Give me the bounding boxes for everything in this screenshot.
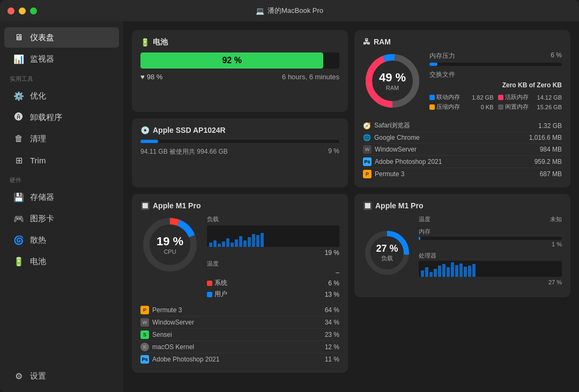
kernel-proc-name: K macOS Kernel <box>140 343 194 351</box>
ps-proc-name: Ps Adobe Photoshop 2021 <box>140 355 219 364</box>
gpu-card: 🔲 Apple M1 Pro 27 % 负载 <box>354 194 570 297</box>
battery-title-icon: 🔋 <box>140 38 150 47</box>
ram-title-icon: 🖧 <box>363 37 370 46</box>
gpu-right: 温度 未知 内存 1 % <box>419 215 562 290</box>
ps-proc-pct: 11 % <box>325 356 339 363</box>
ssd-card-title: 💿 Apple SSD AP1024R <box>140 126 339 134</box>
sidebar-label-settings: 设置 <box>30 371 46 381</box>
legend-idle-val: 15.26 GB <box>537 104 562 110</box>
ram-app-safari: 🧭 Safari浏览器 1.32 GB <box>363 119 562 132</box>
ram-donut: 49 % RAM <box>363 51 422 110</box>
gpu-proc-label: 处理器 <box>419 252 436 260</box>
gpu-icon: 🎮 <box>13 213 25 224</box>
bar7 <box>235 239 238 247</box>
cpu-title-label: Apple M1 Pro <box>153 201 201 210</box>
chrome-icon: 🌐 <box>363 134 371 141</box>
optimize-icon: ⚙️ <box>13 90 25 102</box>
gpu-mem-title: 内存 <box>419 228 562 236</box>
ram-pct: 49 % <box>379 71 406 85</box>
pressure-pct: 6 % <box>551 51 562 61</box>
sidebar-item-gpu[interactable]: 🎮 图形卡 <box>4 208 119 229</box>
sidebar-item-cooling[interactable]: 🌀 散热 <box>4 230 119 250</box>
sidebar-label-optimize: 优化 <box>30 91 46 101</box>
ssd-info: 94.11 GB 被使用共 994.66 GB 9 % <box>140 147 339 156</box>
cpu-mini-chart <box>207 225 339 247</box>
safari-val: 1.32 GB <box>538 122 562 130</box>
cpu-body: 19 % CPU 负载 <box>140 215 339 299</box>
ram-app-windowserver: W WindowServer 984 MB <box>363 144 562 156</box>
cpu-donut-label: 19 % CPU <box>157 235 183 255</box>
gpu-bar3 <box>429 272 433 277</box>
battery-nav-icon: 🔋 <box>13 255 25 267</box>
sidebar-item-battery-nav[interactable]: 🔋 电池 <box>4 251 119 272</box>
maximize-button[interactable] <box>30 7 37 14</box>
titlebar: 💻 潘的MacBook Pro <box>0 0 579 21</box>
photoshop-val: 959.2 MB <box>535 158 562 165</box>
gpu-proc-pct: 27 % <box>419 279 562 285</box>
sidebar: 🖥 仪表盘 📊 监视器 实用工具 ⚙️ 优化 🅐 卸载程序 🗑 清理 ⊞ Tri… <box>0 21 123 392</box>
system-pct: 6 % <box>328 280 339 287</box>
cpu-card: 🔲 Apple M1 Pro 19 % CPU <box>132 194 348 373</box>
gpu-proc-title: 处理器 <box>419 252 562 260</box>
sidebar-item-clean[interactable]: 🗑 清理 <box>4 129 119 149</box>
gpu-mem-label: 内存 <box>419 228 430 236</box>
ram-app-photoshop: Ps Adobe Photoshop 2021 959.2 MB <box>363 156 562 168</box>
chrome-name: 🌐 Google Chrome <box>363 134 420 141</box>
bar2 <box>213 240 217 247</box>
ws-proc-pct: 34 % <box>325 319 339 326</box>
gpu-bar9 <box>455 265 458 277</box>
sidebar-item-settings[interactable]: ⚙ 设置 <box>4 366 119 386</box>
close-button[interactable] <box>8 7 14 14</box>
bar1 <box>209 243 212 247</box>
proc-sensei: S Sensei 23 % <box>140 329 339 341</box>
ram-title-label: RAM <box>374 37 391 46</box>
sidebar-item-uninstall[interactable]: 🅐 卸载程序 <box>4 107 119 127</box>
gpu-mini-chart <box>419 261 562 277</box>
gpu-bar13 <box>472 264 476 277</box>
permute-name: P Permute 3 <box>363 170 404 178</box>
bar10 <box>248 237 251 247</box>
proc-photoshop: Ps Adobe Photoshop 2021 11 % <box>140 353 339 365</box>
legend-active-val: 14.12 GB <box>537 94 562 101</box>
cpu-sub: CPU <box>157 248 183 255</box>
section-utility: 实用工具 <box>0 70 123 85</box>
bar4 <box>222 242 225 247</box>
minimize-button[interactable] <box>19 7 26 14</box>
sidebar-item-dashboard[interactable]: 🖥 仪表盘 <box>4 27 119 48</box>
cpu-title-icon: 🔲 <box>140 201 150 210</box>
sidebar-item-storage[interactable]: 💾 存储器 <box>4 187 119 207</box>
safari-name: 🧭 Safari浏览器 <box>363 121 410 130</box>
battery-card: 🔋 电池 92 % ♥ 98 % 6 hours, 6 minutes <box>132 30 348 112</box>
pressure-label: 内存压力 <box>429 51 455 61</box>
battery-title-label: 电池 <box>153 37 168 47</box>
sidebar-label-dashboard: 仪表盘 <box>30 33 54 43</box>
sidebar-item-trim[interactable]: ⊞ Trim <box>4 150 119 170</box>
sidebar-item-monitor[interactable]: 📊 监视器 <box>4 49 119 69</box>
sidebar-item-optimize[interactable]: ⚙️ 优化 <box>4 86 119 106</box>
legend-wired-dot <box>429 95 435 100</box>
bar8 <box>239 236 242 247</box>
gpu-bar10 <box>459 263 463 277</box>
legend-compressed-val: 0 KB <box>481 104 494 110</box>
kernel-proc-icon: K <box>140 343 149 351</box>
ws-proc-icon: W <box>140 318 149 327</box>
legend-active-dot <box>498 95 503 100</box>
proc-kernel: K macOS Kernel 12 % <box>140 341 339 353</box>
system-legend: 系统 6 % <box>207 278 339 288</box>
sidebar-label-monitor: 监视器 <box>30 54 54 64</box>
battery-info: ♥ 98 % 6 hours, 6 minutes <box>140 73 339 81</box>
gpu-proc-section: 处理器 <box>419 252 562 285</box>
swap-label: 交换文件 <box>429 70 562 79</box>
battery-health-pct: 98 % <box>147 73 163 81</box>
legend-row-active: 活跃内存 14.12 GB <box>498 93 562 101</box>
permute-proc-pct: 64 % <box>325 306 339 314</box>
sensei-proc-pct: 23 % <box>325 331 339 338</box>
gpu-bar12 <box>468 266 471 277</box>
ram-sub: RAM <box>379 85 406 91</box>
battery-pct-label: 92 % <box>222 56 241 65</box>
load-label: 负载 <box>207 215 339 223</box>
permute-proc-icon: P <box>140 306 149 314</box>
user-dot <box>207 292 212 297</box>
user-pct: 13 % <box>325 291 339 298</box>
load-pct: 19 % <box>207 249 339 257</box>
